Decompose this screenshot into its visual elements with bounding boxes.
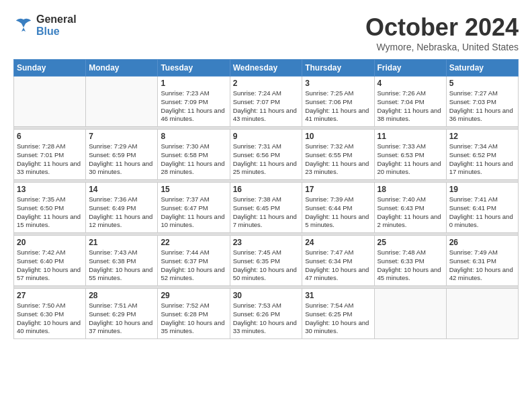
- title-section: October 2024 Wymore, Nebraska, United St…: [365, 13, 519, 52]
- logo-general-text: General: [36, 13, 77, 26]
- calendar-weekday-saturday: Saturday: [446, 60, 518, 77]
- calendar-cell: 8Sunrise: 7:30 AM Sunset: 6:58 PM Daylig…: [158, 130, 230, 180]
- logo-text: General Blue: [36, 13, 77, 37]
- day-info: Sunrise: 7:50 AM Sunset: 6:30 PM Dayligh…: [17, 302, 83, 336]
- day-info: Sunrise: 7:31 AM Sunset: 6:56 PM Dayligh…: [233, 142, 300, 177]
- calendar-cell: 9Sunrise: 7:31 AM Sunset: 6:56 PM Daylig…: [230, 130, 302, 180]
- calendar-weekday-sunday: Sunday: [14, 60, 86, 77]
- day-info: Sunrise: 7:54 AM Sunset: 6:25 PM Dayligh…: [305, 302, 371, 336]
- day-number: 31: [305, 291, 371, 300]
- calendar-cell: 4Sunrise: 7:26 AM Sunset: 7:04 PM Daylig…: [374, 77, 446, 127]
- calendar-cell: 2Sunrise: 7:24 AM Sunset: 7:07 PM Daylig…: [230, 77, 302, 127]
- calendar-cell: 25Sunrise: 7:48 AM Sunset: 6:33 PM Dayli…: [374, 236, 446, 286]
- day-number: 30: [233, 291, 300, 300]
- day-info: Sunrise: 7:27 AM Sunset: 7:03 PM Dayligh…: [449, 89, 515, 124]
- calendar-cell: 14Sunrise: 7:36 AM Sunset: 6:49 PM Dayli…: [86, 183, 158, 233]
- calendar-table: SundayMondayTuesdayWednesdayThursdayFrid…: [13, 59, 519, 339]
- calendar-cell: 26Sunrise: 7:49 AM Sunset: 6:31 PM Dayli…: [446, 236, 518, 286]
- calendar-cell: 19Sunrise: 7:41 AM Sunset: 6:41 PM Dayli…: [446, 183, 518, 233]
- day-number: 7: [89, 132, 154, 141]
- day-info: Sunrise: 7:30 AM Sunset: 6:58 PM Dayligh…: [161, 142, 226, 177]
- day-number: 11: [378, 132, 443, 141]
- calendar-cell: 17Sunrise: 7:39 AM Sunset: 6:44 PM Dayli…: [302, 183, 374, 233]
- calendar-week-row: 6Sunrise: 7:28 AM Sunset: 7:01 PM Daylig…: [14, 130, 519, 180]
- day-info: Sunrise: 7:40 AM Sunset: 6:43 PM Dayligh…: [378, 195, 443, 230]
- day-number: 22: [161, 238, 226, 247]
- calendar-cell: 28Sunrise: 7:51 AM Sunset: 6:29 PM Dayli…: [86, 289, 158, 339]
- calendar-cell: [14, 77, 86, 127]
- day-info: Sunrise: 7:37 AM Sunset: 6:47 PM Dayligh…: [161, 195, 226, 230]
- day-info: Sunrise: 7:44 AM Sunset: 6:37 PM Dayligh…: [161, 248, 226, 283]
- day-info: Sunrise: 7:49 AM Sunset: 6:31 PM Dayligh…: [449, 248, 515, 283]
- day-number: 9: [233, 132, 300, 141]
- calendar-cell: 31Sunrise: 7:54 AM Sunset: 6:25 PM Dayli…: [302, 289, 374, 339]
- day-info: Sunrise: 7:26 AM Sunset: 7:04 PM Dayligh…: [378, 89, 443, 124]
- calendar-weekday-wednesday: Wednesday: [230, 60, 302, 77]
- day-info: Sunrise: 7:25 AM Sunset: 7:06 PM Dayligh…: [305, 89, 371, 124]
- calendar-cell: 6Sunrise: 7:28 AM Sunset: 7:01 PM Daylig…: [14, 130, 86, 180]
- calendar-week-row: 13Sunrise: 7:35 AM Sunset: 6:50 PM Dayli…: [14, 183, 519, 233]
- calendar-cell: 5Sunrise: 7:27 AM Sunset: 7:03 PM Daylig…: [446, 77, 518, 127]
- day-number: 13: [17, 185, 83, 194]
- calendar-header-row: SundayMondayTuesdayWednesdayThursdayFrid…: [14, 60, 519, 77]
- day-info: Sunrise: 7:36 AM Sunset: 6:49 PM Dayligh…: [89, 195, 154, 230]
- calendar-cell: 1Sunrise: 7:23 AM Sunset: 7:09 PM Daylig…: [158, 77, 230, 127]
- day-number: 23: [233, 238, 300, 247]
- day-number: 16: [233, 185, 300, 194]
- day-info: Sunrise: 7:32 AM Sunset: 6:55 PM Dayligh…: [305, 142, 371, 177]
- calendar-cell: 24Sunrise: 7:47 AM Sunset: 6:34 PM Dayli…: [302, 236, 374, 286]
- day-number: 4: [378, 79, 443, 88]
- day-info: Sunrise: 7:38 AM Sunset: 6:45 PM Dayligh…: [233, 195, 300, 230]
- calendar-cell: [86, 77, 158, 127]
- day-info: Sunrise: 7:39 AM Sunset: 6:44 PM Dayligh…: [305, 195, 371, 230]
- day-number: 14: [89, 185, 154, 194]
- day-info: Sunrise: 7:33 AM Sunset: 6:53 PM Dayligh…: [378, 142, 443, 177]
- day-number: 6: [17, 132, 83, 141]
- day-info: Sunrise: 7:35 AM Sunset: 6:50 PM Dayligh…: [17, 195, 83, 230]
- calendar-cell: 22Sunrise: 7:44 AM Sunset: 6:37 PM Dayli…: [158, 236, 230, 286]
- day-number: 1: [161, 79, 226, 88]
- day-info: Sunrise: 7:29 AM Sunset: 6:59 PM Dayligh…: [89, 142, 154, 177]
- calendar-cell: 30Sunrise: 7:53 AM Sunset: 6:26 PM Dayli…: [230, 289, 302, 339]
- day-info: Sunrise: 7:47 AM Sunset: 6:34 PM Dayligh…: [305, 248, 371, 283]
- day-number: 5: [449, 79, 515, 88]
- day-number: 24: [305, 238, 371, 247]
- day-info: Sunrise: 7:28 AM Sunset: 7:01 PM Dayligh…: [17, 142, 83, 177]
- day-number: 25: [378, 238, 443, 247]
- day-number: 29: [161, 291, 226, 300]
- calendar-cell: [446, 289, 518, 339]
- day-info: Sunrise: 7:43 AM Sunset: 6:38 PM Dayligh…: [89, 248, 154, 283]
- day-info: Sunrise: 7:24 AM Sunset: 7:07 PM Dayligh…: [233, 89, 300, 124]
- calendar-weekday-tuesday: Tuesday: [158, 60, 230, 77]
- calendar-cell: [374, 289, 446, 339]
- calendar-cell: 10Sunrise: 7:32 AM Sunset: 6:55 PM Dayli…: [302, 130, 374, 180]
- day-number: 28: [89, 291, 154, 300]
- calendar-cell: 11Sunrise: 7:33 AM Sunset: 6:53 PM Dayli…: [374, 130, 446, 180]
- calendar-week-row: 1Sunrise: 7:23 AM Sunset: 7:09 PM Daylig…: [14, 77, 519, 127]
- calendar-cell: 15Sunrise: 7:37 AM Sunset: 6:47 PM Dayli…: [158, 183, 230, 233]
- location: Wymore, Nebraska, United States: [365, 42, 519, 52]
- day-info: Sunrise: 7:34 AM Sunset: 6:52 PM Dayligh…: [449, 142, 515, 177]
- calendar-cell: 18Sunrise: 7:40 AM Sunset: 6:43 PM Dayli…: [374, 183, 446, 233]
- calendar-cell: 23Sunrise: 7:45 AM Sunset: 6:35 PM Dayli…: [230, 236, 302, 286]
- calendar-cell: 21Sunrise: 7:43 AM Sunset: 6:38 PM Dayli…: [86, 236, 158, 286]
- calendar-cell: 27Sunrise: 7:50 AM Sunset: 6:30 PM Dayli…: [14, 289, 86, 339]
- day-number: 12: [449, 132, 515, 141]
- calendar-week-row: 20Sunrise: 7:42 AM Sunset: 6:40 PM Dayli…: [14, 236, 519, 286]
- calendar-weekday-friday: Friday: [374, 60, 446, 77]
- calendar-cell: 12Sunrise: 7:34 AM Sunset: 6:52 PM Dayli…: [446, 130, 518, 180]
- calendar-weekday-monday: Monday: [86, 60, 158, 77]
- page-header: General Blue October 2024 Wymore, Nebras…: [13, 13, 519, 52]
- day-number: 19: [449, 185, 515, 194]
- day-number: 21: [89, 238, 154, 247]
- logo-icon: [13, 15, 34, 36]
- day-info: Sunrise: 7:42 AM Sunset: 6:40 PM Dayligh…: [17, 248, 83, 283]
- day-number: 27: [17, 291, 83, 300]
- day-info: Sunrise: 7:51 AM Sunset: 6:29 PM Dayligh…: [89, 302, 154, 336]
- month-title: October 2024: [365, 13, 519, 42]
- day-number: 15: [161, 185, 226, 194]
- day-number: 18: [378, 185, 443, 194]
- day-number: 26: [449, 238, 515, 247]
- day-info: Sunrise: 7:45 AM Sunset: 6:35 PM Dayligh…: [233, 248, 300, 283]
- calendar-cell: 13Sunrise: 7:35 AM Sunset: 6:50 PM Dayli…: [14, 183, 86, 233]
